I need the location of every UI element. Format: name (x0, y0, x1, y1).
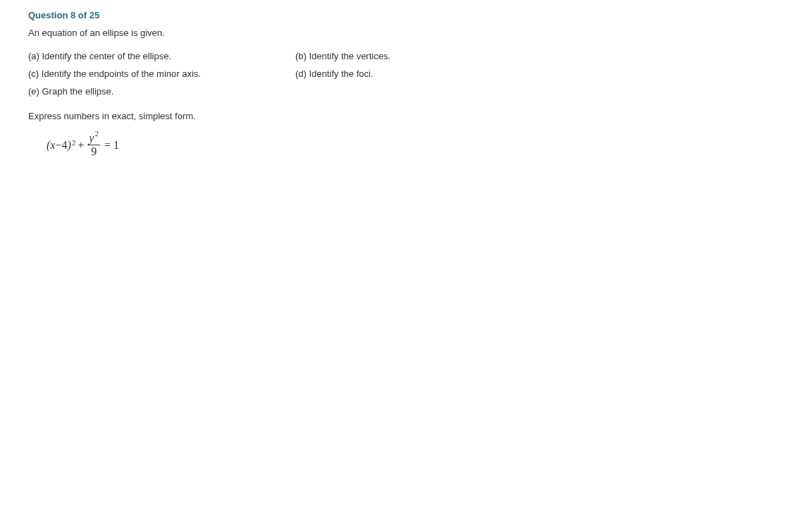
part-c: (c) Identify the endpoints of the minor … (28, 68, 276, 79)
y-variable: y (89, 133, 94, 144)
x-variable: x (50, 139, 55, 152)
rhs-value: 1 (113, 139, 119, 151)
fraction: y 2 9 (87, 133, 100, 157)
part-b: (b) Identify the vertices. (295, 51, 465, 61)
parts-list: (a) Identify the center of the ellipse. … (28, 51, 465, 97)
plus-sign: + (78, 139, 84, 152)
minus-sign: − (55, 139, 61, 152)
part-d: (d) Identify the foci. (295, 68, 465, 79)
part-e: (e) Graph the ellipse. (28, 86, 276, 97)
squared-1: 2 (72, 139, 76, 147)
right-paren: ) (67, 139, 70, 152)
intro-text: An equation of an ellipse is given. (28, 28, 784, 38)
question-header: Question 8 of 25 (28, 10, 784, 20)
part-a: (a) Identify the center of the ellipse. (28, 51, 276, 61)
denominator: 9 (91, 145, 97, 157)
squared-2: 2 (94, 130, 99, 138)
ellipse-equation: ( x − 4 ) 2 + y 2 9 = 1 (47, 133, 784, 157)
instruction-text: Express numbers in exact, simplest form. (28, 111, 784, 121)
equals-sign: = (104, 139, 111, 151)
